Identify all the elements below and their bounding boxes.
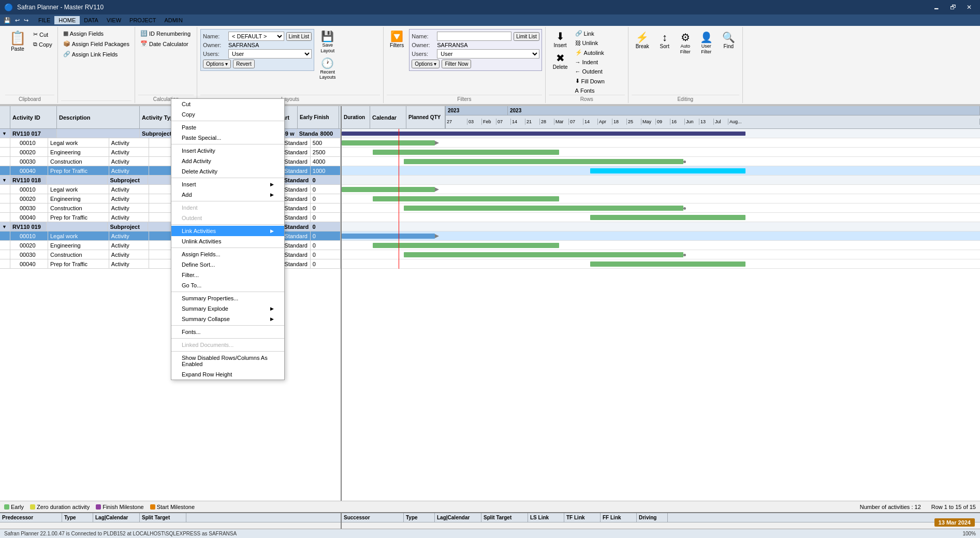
- id-renumbering-button[interactable]: 🔢 ID Renumbering: [138, 29, 194, 38]
- ctx-insert-activity[interactable]: Insert Activity: [171, 146, 284, 156]
- ctx-add-activity[interactable]: Add Activity: [171, 156, 284, 166]
- assign-link-fields-button[interactable]: 🔗 Assign Link Fields: [61, 50, 131, 59]
- desc-col-header[interactable]: Description: [57, 106, 140, 128]
- link-button[interactable]: 🔗 Link: [573, 29, 607, 38]
- recent-layouts-button[interactable]: 🕐 RecentLayouts: [316, 56, 339, 82]
- filter-options-button[interactable]: Options ▾: [412, 60, 440, 68]
- menubar: FILE HOME DATA VIEW PROJECT ADMIN: [34, 14, 187, 26]
- filter-limit-list-button[interactable]: Limit List: [514, 32, 539, 41]
- revert-button[interactable]: Revert: [233, 60, 254, 68]
- table-row[interactable]: 00030 Construction Activity Standard 0: [0, 203, 341, 213]
- auto-filter-button[interactable]: ⚙ AutoFilter: [676, 29, 695, 57]
- cut-button[interactable]: ✂ Cut: [31, 30, 54, 39]
- ctx-cut[interactable]: Cut: [171, 99, 284, 109]
- qa-redo[interactable]: ↪: [22, 17, 30, 24]
- ctx-show-disabled[interactable]: Show Disabled Rows/Columns As Enabled: [171, 353, 284, 369]
- ctx-copy[interactable]: Copy: [171, 109, 284, 120]
- break-button[interactable]: ⚡ Break: [632, 29, 653, 52]
- paste-button[interactable]: 📋 Paste: [5, 28, 30, 54]
- assign-fields-button[interactable]: ▦ Assign Fields: [61, 29, 131, 38]
- ctx-add[interactable]: Add ▶: [171, 190, 284, 200]
- ctx-summary-collapse[interactable]: Summary Collapse ▶: [171, 314, 284, 324]
- ctx-link-activities[interactable]: Link Activities ▶: [171, 226, 284, 236]
- duration-col-header[interactable]: Duration: [342, 106, 370, 128]
- ctx-summary-explode[interactable]: Summary Explode ▶: [171, 303, 284, 314]
- ctx-paste-special[interactable]: Paste Special...: [171, 133, 284, 143]
- insert-button[interactable]: ⬇ Insert: [549, 29, 572, 50]
- sort-button[interactable]: ↕ Sort: [655, 29, 674, 52]
- window-controls: 🗕 🗗 ✕: [929, 3, 976, 12]
- ctx-unlink-activities[interactable]: Unlink Activities: [171, 236, 284, 246]
- users-select-layout[interactable]: User: [228, 49, 312, 59]
- menu-admin[interactable]: ADMIN: [160, 16, 186, 24]
- ctx-insert[interactable]: Insert ▶: [171, 179, 284, 190]
- ctx-sep-4: [171, 201, 284, 201]
- qa-undo[interactable]: ↩: [13, 17, 21, 24]
- autolink-button[interactable]: ⚡ Autolink: [573, 48, 607, 57]
- calendar-col-header[interactable]: Calendar: [370, 106, 406, 128]
- table-row[interactable]: 00040 Prep for Traffic Activity Standard…: [0, 213, 341, 222]
- ctx-define-sort[interactable]: Define Sort...: [171, 259, 284, 270]
- find-button[interactable]: 🔍 Find: [718, 29, 739, 52]
- table-row[interactable]: 00010 Legal work Activity Standard 0: [0, 231, 341, 241]
- collapse-icon[interactable]: ▼: [2, 131, 7, 136]
- table-row[interactable]: 00040 Prep for Traffic Activity Standard…: [0, 166, 341, 176]
- filter-now-button[interactable]: Filter Now: [442, 60, 471, 68]
- indent-button[interactable]: → Indent: [573, 58, 607, 66]
- table-row[interactable]: ▼ RV110 017 Subproject 01 Jan 23 09 Dec …: [0, 129, 341, 138]
- ctx-paste[interactable]: Paste: [171, 122, 284, 133]
- actid-col-header[interactable]: Activity ID: [10, 106, 57, 128]
- filters-button[interactable]: 🔽 Filters: [387, 29, 407, 50]
- fill-down-button[interactable]: ⬇ Fill Down: [573, 77, 607, 85]
- plannedqty-col-header[interactable]: Planned QTY: [406, 106, 445, 128]
- table-row[interactable]: ▼ RV110 018 Subproject Standard 0: [0, 176, 341, 185]
- menu-view[interactable]: VIEW: [103, 16, 125, 24]
- ctx-linked-documents: Linked Documents...: [171, 340, 284, 350]
- table-row[interactable]: 00020 Engineering Activity Standard 2500: [0, 148, 341, 157]
- table-row[interactable]: 00020 Engineering Activity Standard 0: [0, 194, 341, 203]
- menu-data[interactable]: DATA: [80, 16, 103, 24]
- packages-icon: 📦: [63, 40, 70, 47]
- delete-button[interactable]: ✖ Delete: [549, 51, 572, 71]
- table-row[interactable]: ▼ RV110 019 Subproject Standard 0: [0, 222, 341, 231]
- outdent-button[interactable]: ← Outdent: [573, 67, 607, 76]
- layout-name-select[interactable]: < DEFAULT >: [228, 32, 284, 41]
- options-button[interactable]: Options ▾: [203, 60, 231, 68]
- qa-save[interactable]: 💾: [2, 17, 12, 24]
- ctx-fonts[interactable]: Fonts...: [171, 327, 284, 337]
- filter-name-input[interactable]: [437, 32, 511, 41]
- ctx-expand-row-height[interactable]: Expand Row Height: [171, 369, 284, 380]
- assign-field-packages-button[interactable]: 📦 Assign Field Packages: [61, 39, 131, 48]
- limit-list-button[interactable]: Limit List: [286, 32, 312, 41]
- user-filter-button[interactable]: 👤 UserFilter: [697, 29, 716, 57]
- close-button[interactable]: ✕: [962, 3, 976, 12]
- ctx-delete-activity[interactable]: Delete Activity: [171, 166, 284, 177]
- collapse-icon-2[interactable]: ▼: [2, 178, 7, 183]
- table-row[interactable]: 00020 Engineering Activity Standard 0: [0, 241, 341, 250]
- gantt-panel[interactable]: [342, 129, 980, 501]
- save-layout-button[interactable]: 💾 SaveLayout: [317, 29, 338, 55]
- copy-button[interactable]: ⧉ Copy: [31, 40, 54, 49]
- fonts-button[interactable]: A Fonts: [573, 86, 607, 95]
- menu-home[interactable]: HOME: [54, 16, 80, 24]
- restore-button[interactable]: 🗗: [946, 3, 960, 12]
- filter-users-select[interactable]: User: [437, 49, 539, 59]
- menu-project[interactable]: PROJECT: [125, 16, 160, 24]
- table-row[interactable]: 00030 Construction Activity Standard 0: [0, 250, 341, 259]
- ctx-assign-fields[interactable]: Assign Fields...: [171, 249, 284, 259]
- early-label: Early: [11, 504, 24, 510]
- ctx-summary-properties[interactable]: Summary Properties...: [171, 293, 284, 303]
- table-row[interactable]: 00010 Legal work Activity Standard 500: [0, 138, 341, 148]
- collapse-icon-3[interactable]: ▼: [2, 224, 7, 229]
- menu-file[interactable]: FILE: [34, 16, 54, 24]
- unlink-button[interactable]: ⛓ Unlink: [573, 39, 607, 47]
- minimize-button[interactable]: 🗕: [929, 3, 944, 12]
- table-row[interactable]: 00030 Construction Activity Standard 400…: [0, 157, 341, 166]
- table-row[interactable]: 00040 Prep for Traffic Activity Standard…: [0, 259, 341, 269]
- gantt-bar-activity: [342, 140, 435, 146]
- table-row[interactable]: 00010 Legal work Activity Standard 0: [0, 185, 341, 194]
- earlyfinish-col-header[interactable]: Early Finish: [298, 106, 339, 128]
- date-calculator-button[interactable]: 📅 Date Calculator: [138, 39, 194, 48]
- ctx-filter[interactable]: Filter...: [171, 270, 284, 280]
- ctx-go-to[interactable]: Go To...: [171, 280, 284, 290]
